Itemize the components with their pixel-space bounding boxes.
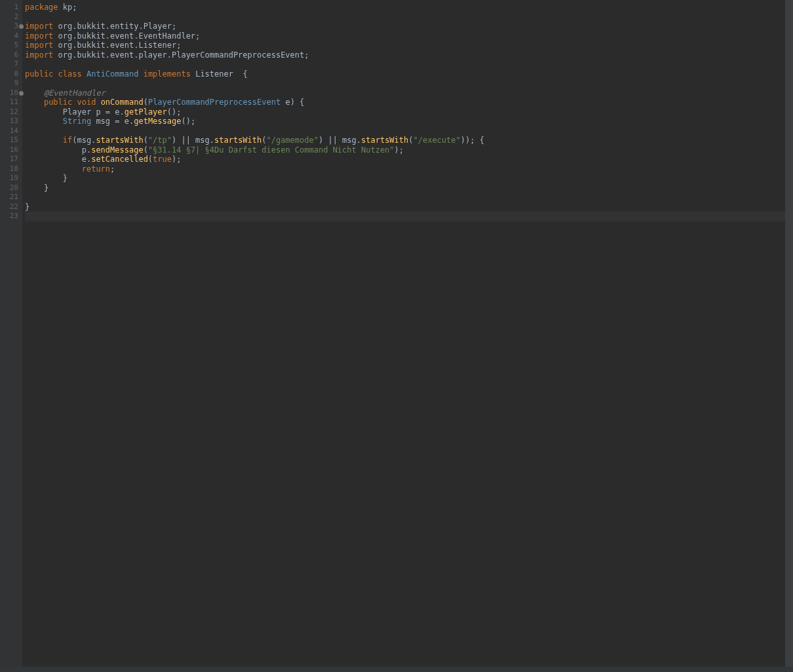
code-line[interactable]: public void onCommand(PlayerCommandPrepr… <box>25 98 793 107</box>
gutter-line: 22 <box>0 202 22 212</box>
gutter-line: 11 <box>0 98 22 107</box>
code-editor[interactable]: 1 2 3 4 5 6 7 8 9 10 11 12 13 14 15 16 1… <box>0 0 793 672</box>
gutter-line: 10 <box>0 88 22 98</box>
code-line[interactable]: p.sendMessage("§31.14 §7| §4Du Darfst di… <box>25 145 793 155</box>
gutter-line: 20 <box>0 183 22 193</box>
code-line[interactable] <box>25 79 793 88</box>
gutter-line: 7 <box>0 60 22 69</box>
code-line[interactable]: @EventHandler <box>25 88 793 98</box>
gutter-line: 16 <box>0 145 22 155</box>
code-text-area[interactable]: package kp; import org.bukkit.entity.Pla… <box>22 0 793 672</box>
code-line[interactable]: return; <box>25 164 793 174</box>
gutter-line: 5 <box>0 41 22 50</box>
vertical-scrollbar[interactable] <box>785 0 793 672</box>
code-line[interactable]: e.setCancelled(true); <box>25 155 793 164</box>
gutter-line: 1 <box>0 3 22 12</box>
gutter-line: 21 <box>0 193 22 202</box>
gutter-line: 15 <box>0 136 22 145</box>
gutter-line: 3 <box>0 22 22 31</box>
code-line[interactable]: Player p = e.getPlayer(); <box>25 107 793 117</box>
code-line-current[interactable] <box>25 212 793 221</box>
code-line[interactable]: import org.bukkit.event.EventHandler; <box>25 31 793 41</box>
gutter-line: 9 <box>0 79 22 88</box>
code-line[interactable]: package kp; <box>25 3 793 12</box>
gutter-line: 6 <box>0 50 22 60</box>
gutter-line: 13 <box>0 117 22 126</box>
code-line[interactable]: import org.bukkit.entity.Player; <box>25 22 793 31</box>
code-line[interactable]: } <box>25 174 793 183</box>
code-line[interactable] <box>25 60 793 69</box>
code-line[interactable]: } <box>25 183 793 193</box>
gutter-line: 8 <box>0 69 22 79</box>
code-line[interactable] <box>25 193 793 202</box>
code-line[interactable]: import org.bukkit.event.Listener; <box>25 41 793 50</box>
code-line[interactable]: if(msg.startsWith("/tp") || msg.startsWi… <box>25 136 793 145</box>
code-line[interactable]: public class AntiCommand implements List… <box>25 69 793 79</box>
code-line[interactable]: } <box>25 202 793 212</box>
gutter-line: 23 <box>0 212 22 221</box>
gutter-line: 14 <box>0 126 22 136</box>
code-line[interactable]: String msg = e.getMessage(); <box>25 117 793 126</box>
horizontal-scrollbar[interactable] <box>0 667 793 672</box>
gutter-line: 19 <box>0 174 22 183</box>
gutter-line: 2 <box>0 12 22 22</box>
code-line[interactable] <box>25 126 793 136</box>
gutter-line: 4 <box>0 31 22 41</box>
line-gutter: 1 2 3 4 5 6 7 8 9 10 11 12 13 14 15 16 1… <box>0 0 22 672</box>
gutter-line: 18 <box>0 164 22 174</box>
code-line[interactable]: import org.bukkit.event.player.PlayerCom… <box>25 50 793 60</box>
gutter-line: 12 <box>0 107 22 117</box>
code-line[interactable] <box>25 12 793 22</box>
gutter-line: 17 <box>0 155 22 164</box>
